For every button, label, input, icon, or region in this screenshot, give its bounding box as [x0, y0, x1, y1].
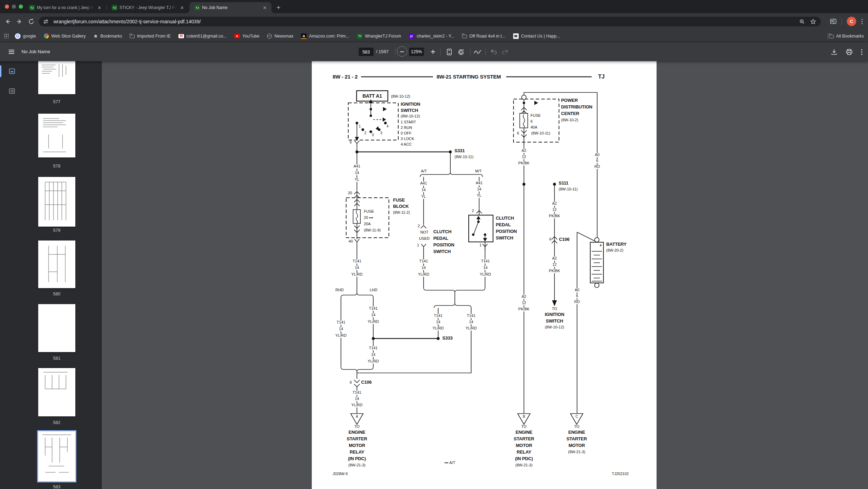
bookmark-item[interactable]: Imported From IE: [130, 34, 171, 39]
diagram-label: 3: [380, 131, 382, 135]
tab-2[interactable]: TJSTICKY - Jeep Wrangler TJ Forum FAQ✕: [107, 2, 189, 13]
address-bar[interactable]: wranglertjforum.com/attachments/2002-tj-…: [39, 17, 821, 26]
page-thumbnail-577[interactable]: [38, 61, 75, 94]
bookmark-item[interactable]: Mcstein51@gmail.co...: [178, 34, 227, 39]
page-thumbnail-583[interactable]: [38, 431, 75, 481]
url-text[interactable]: wranglertjforum.com/attachments/2002-tj-…: [53, 19, 201, 24]
tab-close-icon[interactable]: ✕: [261, 5, 268, 10]
diagram-label: 6: [575, 294, 579, 298]
diagram-label: A0: [574, 288, 580, 292]
forward-icon[interactable]: [16, 18, 23, 25]
minimize-window-button[interactable]: [12, 5, 16, 9]
pdf-menu-icon[interactable]: [8, 49, 15, 54]
diagram-label: T141: [466, 314, 476, 318]
bookmark-star-icon[interactable]: [810, 19, 816, 24]
new-tab-button[interactable]: +: [274, 3, 283, 13]
tab-strip: TJMy turn for a no crank | Jeep Wrangler…: [0, 0, 868, 13]
pdf-viewport[interactable]: 8W - 21 - 28W-21 STARTING SYSTEMTJBATT A…: [102, 61, 868, 489]
diagram-label: T141: [433, 314, 443, 318]
pdf-toolbar-divider: [395, 48, 395, 55]
outline-view-icon[interactable]: [9, 88, 15, 94]
zoom-window-button[interactable]: [19, 5, 23, 9]
tab-1[interactable]: TJMy turn for a no crank | Jeep Wrangler…: [24, 2, 106, 13]
bookmark-item[interactable]: Web Slice Gallery: [44, 33, 86, 39]
close-window-button[interactable]: [5, 5, 9, 9]
diagram-label: T141: [418, 259, 428, 263]
bookmark-item[interactable]: TJWranglerTJ Forum: [357, 33, 401, 39]
diagram-label: SWITCH: [546, 319, 563, 324]
page-thumbnail-number: 583: [38, 484, 75, 489]
page-thumbnail-number: 579: [38, 228, 75, 233]
fit-to-page-icon[interactable]: [447, 49, 452, 55]
bookmark-item[interactable]: Ggoogle: [15, 33, 36, 39]
rotate-icon[interactable]: [458, 49, 464, 55]
diagram-label: A2: [521, 149, 527, 153]
bookmark-item[interactable]: y!charles_stein2 - Y...: [409, 33, 454, 39]
profile-avatar[interactable]: C: [847, 17, 856, 26]
back-icon[interactable]: [4, 18, 11, 25]
page-thumbnail-579[interactable]: [38, 177, 75, 227]
diagram-label: 20 ▪▪▪: [363, 216, 374, 220]
bookmark-item[interactable]: aAmazon.com: Prim...: [301, 33, 349, 39]
annotate-pen-icon[interactable]: [474, 50, 482, 54]
diagram-label: 12: [521, 301, 527, 305]
diagram-label: 6: [595, 159, 599, 163]
zoom-out-icon[interactable]: [400, 51, 404, 52]
page-number-input[interactable]: 583: [359, 48, 374, 56]
tab-3[interactable]: TJNo Job Name✕: [190, 2, 272, 13]
diagram-label: J028W-5: [333, 472, 348, 476]
thumbnail-view-icon[interactable]: [9, 68, 15, 74]
all-bookmarks-button[interactable]: All Bookmarks: [829, 34, 864, 39]
side-panel-icon[interactable]: [830, 18, 837, 25]
diagram-label: PK/BK: [518, 161, 530, 165]
diagram-label: PEDAL: [496, 222, 511, 227]
page-thumbnail-580[interactable]: [38, 241, 75, 288]
bookmark-item[interactable]: ★Bookmarks: [93, 33, 122, 39]
diagram-label: A/T: [421, 169, 427, 173]
print-icon[interactable]: [846, 49, 852, 55]
page-thumbnail-582[interactable]: [38, 368, 75, 416]
bookmark-item[interactable]: Newsmax: [267, 34, 293, 39]
browser-menu-icon[interactable]: [859, 18, 866, 25]
diagram-label: 0 OFF: [401, 131, 411, 136]
diagram-label: A2: [551, 256, 557, 261]
redo-icon[interactable]: [502, 49, 508, 54]
page-count: / 1597: [376, 49, 389, 54]
bookmark-item[interactable]: YouTube: [234, 34, 259, 39]
diagram-label: 2 RUN: [401, 126, 412, 130]
site-settings-icon[interactable]: [43, 19, 49, 24]
download-icon[interactable]: [831, 49, 837, 55]
apps-grid-icon[interactable]: [4, 34, 9, 38]
zoom-level-display: 125%: [409, 48, 424, 56]
undo-icon[interactable]: [491, 49, 497, 54]
diagram-label: POSITION: [433, 243, 454, 247]
diagram-label: 40: [349, 239, 353, 244]
zoom-in-icon[interactable]: [431, 49, 435, 54]
toolbar-divider: [842, 18, 842, 25]
bookmark-item[interactable]: ☎Contact Us | Happ...: [513, 33, 560, 39]
diagram-label: T141: [368, 346, 378, 350]
bookmark-label: WranglerTJ Forum: [365, 34, 401, 39]
diagram-label: BATT A1: [362, 93, 382, 99]
page-thumbnail-578[interactable]: [38, 114, 75, 157]
diagram-label: 14: [468, 320, 474, 324]
diagram-label: POSITION: [496, 229, 517, 234]
diagram-label: BATTERY: [606, 242, 627, 247]
bookmark-label: Newsmax: [274, 34, 293, 39]
bookmark-item[interactable]: Off Road 4x4 in t...: [462, 34, 506, 39]
diagram-label: (8W-10-12): [545, 325, 564, 329]
diagram-label: 12: [552, 263, 557, 267]
diagram-label: 1: [479, 243, 482, 247]
page-thumbnail-number: 577: [38, 99, 75, 104]
pdf-thumbnail-sidebar: 577578579580581582583: [0, 61, 101, 489]
pdf-more-menu-icon[interactable]: [861, 49, 863, 55]
diagram-label: 1 START: [401, 120, 416, 124]
pdf-toolbar-divider: [440, 48, 441, 55]
bookmark-label: Web Slice Gallery: [51, 34, 86, 39]
tab-close-icon[interactable]: ✕: [179, 5, 185, 10]
zoom-page-icon[interactable]: [799, 19, 805, 24]
page-thumbnail-581[interactable]: [38, 304, 75, 352]
reload-icon[interactable]: [28, 18, 35, 25]
diagram-label: S333: [442, 336, 453, 341]
tab-close-icon[interactable]: ✕: [96, 5, 103, 10]
